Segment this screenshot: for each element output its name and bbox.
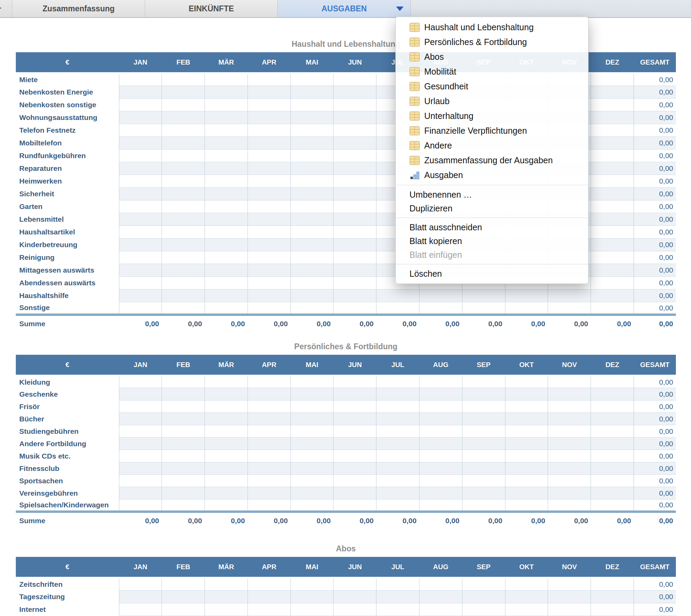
month-cell[interactable] <box>462 475 505 487</box>
month-cell[interactable] <box>205 175 248 188</box>
menu-item-abos[interactable]: Abos <box>396 50 588 64</box>
month-cell[interactable] <box>333 150 376 162</box>
month-column-header[interactable]: OKT <box>505 557 548 578</box>
row-label-cell[interactable]: Vereinsgebühren <box>16 487 119 499</box>
month-cell[interactable] <box>290 425 333 438</box>
month-cell[interactable] <box>290 226 333 239</box>
gesamt-cell[interactable]: 0,00 <box>634 578 676 591</box>
month-cell[interactable] <box>376 487 419 499</box>
month-cell[interactable] <box>290 400 333 413</box>
month-cell[interactable] <box>248 137 290 150</box>
summe-month-cell[interactable]: 0,00 <box>591 315 634 332</box>
month-cell[interactable] <box>248 111 290 124</box>
month-cell[interactable] <box>290 302 333 315</box>
month-cell[interactable] <box>376 591 419 603</box>
month-cell[interactable] <box>162 413 205 425</box>
month-cell[interactable] <box>376 302 419 315</box>
month-cell[interactable] <box>333 438 376 450</box>
month-cell[interactable] <box>290 239 333 251</box>
month-cell[interactable] <box>419 487 462 499</box>
month-cell[interactable] <box>462 499 505 512</box>
month-cell[interactable] <box>591 499 634 512</box>
month-cell[interactable] <box>333 277 376 289</box>
month-cell[interactable] <box>290 289 333 302</box>
menu-item-blatt-ausschneiden[interactable]: Blatt ausschneiden <box>396 220 588 234</box>
gesamt-cell[interactable]: 0,00 <box>634 462 676 475</box>
month-cell[interactable] <box>462 487 505 499</box>
month-cell[interactable] <box>119 302 162 315</box>
summe-gesamt-cell[interactable]: 0,00 <box>634 315 676 332</box>
summe-gesamt-cell[interactable]: 0,00 <box>634 512 676 529</box>
month-cell[interactable] <box>162 475 205 487</box>
month-cell[interactable] <box>376 499 419 512</box>
month-cell[interactable] <box>333 400 376 413</box>
month-cell[interactable] <box>548 413 591 425</box>
gesamt-cell[interactable]: 0,00 <box>634 239 676 251</box>
month-cell[interactable] <box>376 425 419 438</box>
row-label-cell[interactable]: Sicherheit <box>16 188 119 200</box>
month-cell[interactable] <box>591 239 634 251</box>
month-cell[interactable] <box>119 175 162 188</box>
month-cell[interactable] <box>205 277 248 289</box>
row-label-cell[interactable]: Mobiltelefon <box>16 137 119 150</box>
month-cell[interactable] <box>205 99 248 111</box>
month-cell[interactable] <box>591 277 634 289</box>
menu-item-umbenennen[interactable]: Umbenennen … <box>396 188 588 201</box>
month-cell[interactable] <box>162 289 205 302</box>
gesamt-cell[interactable]: 0,00 <box>634 603 676 616</box>
currency-column-header[interactable]: € <box>16 52 119 73</box>
row-label-cell[interactable]: Miete <box>16 73 119 86</box>
month-cell[interactable] <box>248 200 290 213</box>
month-cell[interactable] <box>248 213 290 226</box>
row-label-cell[interactable]: Telefon Festnetz <box>16 124 119 137</box>
row-label-cell[interactable]: Bücher <box>16 413 119 425</box>
row-label-cell[interactable]: Haushaltshilfe <box>16 289 119 302</box>
month-cell[interactable] <box>333 99 376 111</box>
month-cell[interactable] <box>290 111 333 124</box>
month-cell[interactable] <box>333 264 376 277</box>
summe-month-cell[interactable]: 0,00 <box>205 512 248 529</box>
gesamt-cell[interactable]: 0,00 <box>634 376 676 388</box>
gesamt-cell[interactable]: 0,00 <box>634 302 676 315</box>
month-cell[interactable] <box>205 200 248 213</box>
month-cell[interactable] <box>162 162 205 175</box>
month-cell[interactable] <box>376 289 419 302</box>
month-column-header[interactable]: SEP <box>462 355 505 376</box>
row-label-cell[interactable]: Haushaltsartikel <box>16 226 119 239</box>
month-column-header[interactable]: DEZ <box>591 52 634 73</box>
month-cell[interactable] <box>205 462 248 475</box>
month-cell[interactable] <box>205 376 248 388</box>
month-cell[interactable] <box>591 150 634 162</box>
month-cell[interactable] <box>548 475 591 487</box>
gesamt-cell[interactable]: 0,00 <box>634 188 676 200</box>
month-cell[interactable] <box>333 388 376 400</box>
month-cell[interactable] <box>548 499 591 512</box>
month-cell[interactable] <box>333 162 376 175</box>
row-label-cell[interactable]: Tageszeitung <box>16 591 119 603</box>
currency-column-header[interactable]: € <box>16 355 119 376</box>
month-cell[interactable] <box>333 499 376 512</box>
month-cell[interactable] <box>591 86 634 99</box>
month-cell[interactable] <box>591 124 634 137</box>
gesamt-cell[interactable]: 0,00 <box>634 124 676 137</box>
month-cell[interactable] <box>462 376 505 388</box>
month-cell[interactable] <box>333 239 376 251</box>
month-cell[interactable] <box>419 376 462 388</box>
month-cell[interactable] <box>548 578 591 591</box>
row-label-cell[interactable]: Internet <box>16 603 119 616</box>
month-column-header[interactable]: MÄR <box>205 355 248 376</box>
gesamt-cell[interactable]: 0,00 <box>634 413 676 425</box>
month-cell[interactable] <box>505 591 548 603</box>
summe-month-cell[interactable]: 0,00 <box>162 315 205 332</box>
month-cell[interactable] <box>248 591 290 603</box>
month-cell[interactable] <box>333 86 376 99</box>
month-cell[interactable] <box>419 591 462 603</box>
month-cell[interactable] <box>119 73 162 86</box>
month-cell[interactable] <box>462 425 505 438</box>
summe-month-cell[interactable]: 0,00 <box>548 512 591 529</box>
month-cell[interactable] <box>162 591 205 603</box>
month-cell[interactable] <box>548 425 591 438</box>
summe-month-cell[interactable]: 0,00 <box>376 315 419 332</box>
month-column-header[interactable]: DEZ <box>591 355 634 376</box>
month-cell[interactable] <box>505 376 548 388</box>
